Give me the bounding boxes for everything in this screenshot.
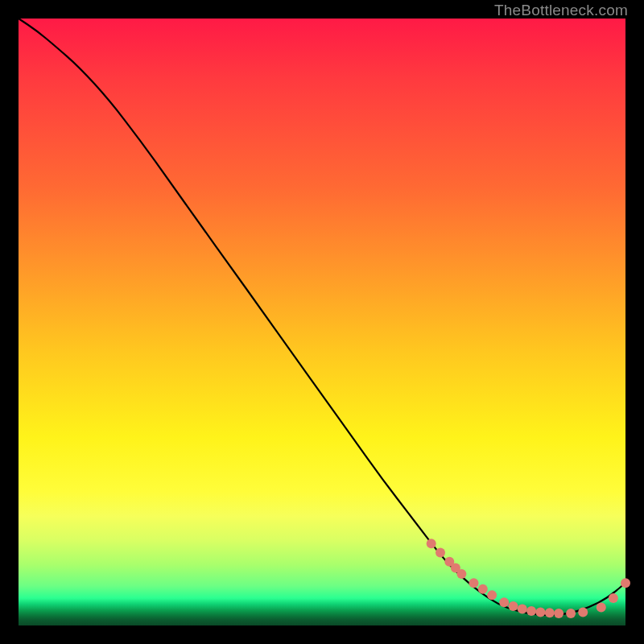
curve-dot <box>554 609 564 618</box>
chart-stage: TheBottleneck.com <box>0 0 644 644</box>
curve-dot <box>597 602 606 612</box>
curve-dot <box>609 593 618 603</box>
curve-dot <box>456 569 466 579</box>
curve-dot <box>499 597 509 607</box>
curve-marker-dots <box>427 539 630 618</box>
curve-dot <box>545 608 555 617</box>
curve-dot <box>436 548 445 558</box>
curve-dot <box>427 539 436 548</box>
curve-dot <box>566 609 576 618</box>
curve-dot <box>518 605 527 614</box>
curve-dot <box>578 607 588 617</box>
curve-dot <box>526 606 536 616</box>
curve-dot <box>469 578 479 588</box>
watermark-text: TheBottleneck.com <box>494 2 628 19</box>
curve-dot <box>509 601 518 611</box>
curve-dot <box>621 578 630 588</box>
chart-svg <box>19 19 625 625</box>
curve-dot <box>487 590 497 600</box>
bottleneck-curve <box>19 19 625 615</box>
curve-dot <box>535 607 545 617</box>
curve-dot <box>478 584 488 594</box>
